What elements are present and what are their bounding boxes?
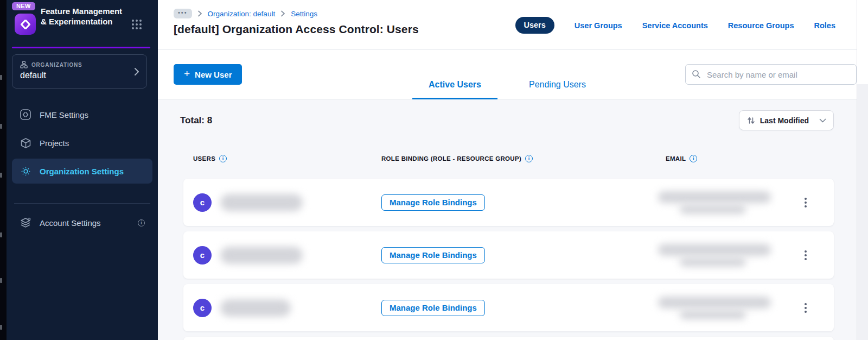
- page-header: ••• Organization: default Settings [defa…: [158, 0, 857, 50]
- sidebar-item-label: Projects: [40, 138, 69, 148]
- redacted-email: [666, 244, 799, 267]
- users-list-panel: Total: 8 Last Modified USERS i: [158, 99, 857, 340]
- sort-arrows-icon: [747, 116, 755, 125]
- row-menu-kebab-icon[interactable]: [802, 196, 809, 210]
- manage-role-bindings-button[interactable]: Manage Role Bindings: [381, 194, 485, 211]
- chevron-right-icon: [132, 67, 140, 77]
- total-count: Total: 8: [180, 115, 212, 126]
- sidebar-item-account-settings[interactable]: Account Settings i: [12, 210, 152, 235]
- edge-artifact: [0, 325, 2, 330]
- redacted-email: [666, 297, 799, 319]
- sort-dropdown[interactable]: Last Modified: [739, 110, 834, 130]
- tab-users[interactable]: Users: [515, 17, 554, 34]
- info-icon[interactable]: i: [525, 155, 533, 162]
- app-screen: NEW Feature Management & Experimentation: [0, 0, 868, 340]
- organizations-icon: [20, 61, 28, 68]
- edge-artifact: [0, 278, 2, 283]
- new-badge: NEW: [12, 2, 35, 10]
- product-title: Feature Management & Experimentation: [41, 6, 125, 27]
- window-edge-strip: [0, 0, 7, 340]
- info-icon[interactable]: i: [219, 155, 227, 162]
- new-user-button[interactable]: + New User: [174, 64, 242, 85]
- app-switcher-grid-icon[interactable]: [132, 20, 142, 29]
- edge-artifact: [0, 232, 2, 237]
- column-header-email: EMAIL i: [666, 155, 799, 162]
- fme-settings-icon: [20, 109, 31, 121]
- fme-logo[interactable]: [15, 14, 36, 35]
- manage-role-bindings-button[interactable]: Manage Role Bindings: [381, 300, 485, 316]
- search-container: [685, 64, 857, 85]
- breadcrumb-link-organization[interactable]: Organization: default: [208, 10, 276, 18]
- user-state-tabs: Active Users Pending Users: [412, 73, 602, 99]
- organization-selector[interactable]: ORGANIZATIONS default: [12, 54, 147, 89]
- redacted-user-name: [220, 247, 303, 264]
- user-row-partial: [183, 337, 834, 340]
- row-menu-kebab-icon[interactable]: [802, 248, 809, 262]
- redacted-user-name: [220, 194, 303, 211]
- user-row: c Manage Role Bindings: [183, 179, 834, 226]
- search-icon: [692, 70, 701, 79]
- breadcrumb-ellipsis-button[interactable]: •••: [174, 9, 192, 18]
- sidebar-item-fme-settings[interactable]: FME Settings: [12, 102, 152, 127]
- edge-artifact: [0, 75, 2, 80]
- table-header-row: USERS i ROLE BINDING (ROLE - RESOURCE GR…: [183, 155, 834, 162]
- breadcrumb: ••• Organization: default Settings: [174, 9, 317, 18]
- chevron-right-icon: [280, 10, 285, 17]
- manage-role-bindings-button[interactable]: Manage Role Bindings: [381, 247, 485, 263]
- tab-user-groups[interactable]: User Groups: [575, 21, 622, 30]
- edge-artifact: [0, 173, 2, 178]
- edge-artifact: [0, 124, 2, 129]
- user-rows: c Manage Role Bindings c Manage: [183, 179, 834, 340]
- access-control-tabs: Users User Groups Service Accounts Resou…: [515, 17, 835, 34]
- user-avatar: c: [193, 246, 212, 265]
- organizations-label: ORGANIZATIONS: [31, 62, 82, 68]
- search-input[interactable]: [685, 64, 857, 85]
- organization-name: default: [20, 71, 139, 80]
- info-icon[interactable]: i: [690, 155, 697, 162]
- split-logo-icon: [18, 17, 33, 32]
- breadcrumb-link-settings[interactable]: Settings: [291, 10, 317, 18]
- tab-roles[interactable]: Roles: [814, 21, 836, 30]
- chevron-down-icon: [819, 118, 826, 123]
- sidebar-divider: [14, 203, 150, 204]
- sidebar-nav: FME Settings Projects: [12, 102, 152, 238]
- user-avatar: c: [193, 193, 212, 212]
- sidebar-header: NEW Feature Management & Experimentation: [7, 0, 158, 48]
- sidebar-item-label: Organization Settings: [40, 167, 124, 176]
- chevron-right-icon: [197, 10, 202, 17]
- tab-active-users[interactable]: Active Users: [412, 73, 497, 99]
- page-right-gutter: [857, 0, 868, 340]
- main-panel: ••• Organization: default Settings [defa…: [158, 0, 857, 340]
- projects-cube-icon: [20, 137, 31, 149]
- sidebar: NEW Feature Management & Experimentation: [7, 0, 158, 340]
- user-avatar: c: [193, 299, 212, 317]
- sidebar-item-organization-settings[interactable]: Organization Settings: [12, 159, 152, 184]
- sidebar-item-projects[interactable]: Projects: [12, 130, 152, 155]
- page-title: [default] Organization Access Control: U…: [174, 23, 419, 36]
- sidebar-item-label: Account Settings: [40, 218, 101, 228]
- column-header-role-binding: ROLE BINDING (ROLE - RESOURCE GROUP) i: [381, 155, 666, 162]
- new-user-button-label: New User: [195, 70, 232, 79]
- user-row: c Manage Role Bindings: [183, 284, 834, 331]
- redacted-email: [666, 191, 799, 214]
- user-row: c Manage Role Bindings: [183, 231, 834, 279]
- tab-service-accounts[interactable]: Service Accounts: [642, 21, 708, 30]
- column-header-users: USERS i: [193, 155, 381, 162]
- toolbar: + New User Active Users Pending Users: [158, 50, 857, 99]
- sidebar-item-label: FME Settings: [40, 110, 88, 119]
- plus-icon: +: [184, 68, 190, 80]
- tab-resource-groups[interactable]: Resource Groups: [728, 21, 794, 30]
- redacted-user-name: [220, 299, 291, 317]
- row-menu-kebab-icon[interactable]: [802, 301, 809, 315]
- sort-dropdown-value: Last Modified: [760, 116, 809, 125]
- tab-pending-users[interactable]: Pending Users: [513, 73, 602, 99]
- gear-icon: [20, 166, 31, 177]
- info-icon[interactable]: i: [138, 219, 145, 226]
- account-settings-layers-icon: [20, 217, 31, 229]
